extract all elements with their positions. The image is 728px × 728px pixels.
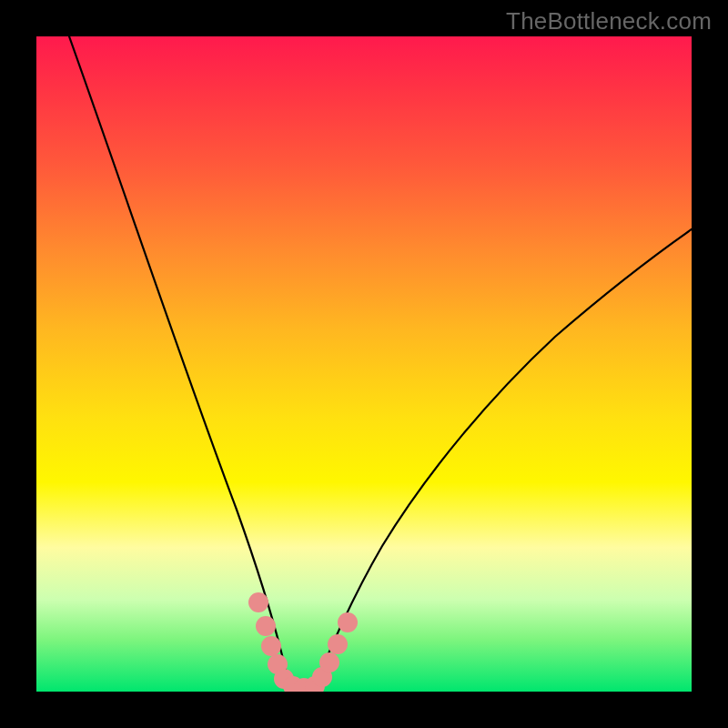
right-curve: [313, 229, 692, 690]
marker-dot: [261, 636, 281, 656]
marker-dot: [248, 592, 268, 612]
chart-frame: TheBottleneck.com: [0, 0, 728, 728]
chart-svg: [36, 36, 692, 692]
highlight-markers: [248, 592, 358, 692]
marker-dot: [338, 612, 358, 632]
marker-dot: [319, 652, 339, 672]
marker-dot: [328, 634, 348, 654]
watermark-text: TheBottleneck.com: [506, 7, 712, 35]
plot-area: [36, 36, 692, 692]
marker-dot: [256, 616, 276, 636]
